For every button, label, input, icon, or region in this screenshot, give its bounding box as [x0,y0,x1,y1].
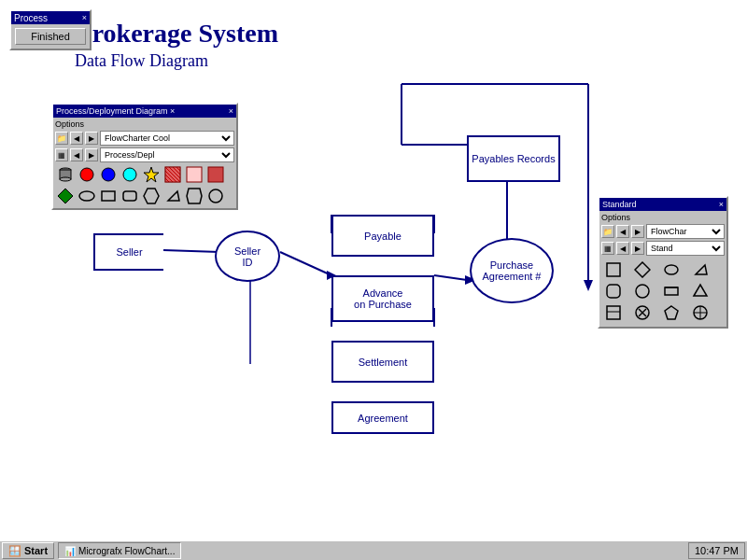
svg-marker-53 [187,189,202,203]
svg-rect-59 [607,285,620,298]
svg-point-48 [79,191,94,201]
std-nav2-1[interactable]: ▦ [601,242,614,255]
std-shape-10[interactable] [632,302,653,323]
std-row-1: 📁 ◀ ▶ FlowChar [601,224,725,239]
pd-nav2-1[interactable]: ▦ [55,148,68,161]
svg-marker-51 [144,189,159,203]
std-nav-left[interactable]: ◀ [616,225,629,238]
std-dialog-title: Standard × [599,198,726,211]
canvas-row: 0 1 2 3 4 5 [21,99,747,502]
pd-options-label: Options [55,119,234,129]
std-shape-9[interactable] [603,302,624,323]
pd-row-2: ▦ ◀ ▶ Process/Depl [55,147,234,162]
pd-row-1: 📁 ◀ ▶ FlowCharter Cool [55,131,234,146]
std-shapes-grid [601,258,725,325]
svg-point-54 [209,189,222,203]
pd-nav2-left[interactable]: ◀ [70,148,83,161]
svg-marker-41 [144,167,159,182]
pd-shape-cylinder[interactable] [55,164,76,185]
app-window: 🖱 Micrografx FlowCharter 7 - [dataflow.f… [0,0,747,539]
std-shape-12[interactable] [690,302,711,323]
pd-shape-crosshatch[interactable] [184,164,204,185]
std-nav-folder[interactable]: 📁 [601,225,614,238]
shape-payable[interactable]: Payable [331,215,434,257]
svg-rect-44 [165,167,180,182]
std-shape-5[interactable] [603,281,624,301]
shape-purchase-agreement[interactable]: PurchaseAgreement # [470,238,554,303]
pd-shape-circle2[interactable] [205,186,226,206]
canvas-with-ruler: | 0 1 2 3 4 5 6 7 [21,84,747,502]
std-nav-right[interactable]: ▶ [631,225,644,238]
pd-select-1[interactable]: FlowCharter Cool [100,131,234,146]
std-shape-3[interactable] [661,259,682,280]
pd-close[interactable]: × [229,106,233,116]
std-nav2-left[interactable]: ◀ [616,242,629,255]
std-dialog: Standard × Options 📁 ◀ ▶ FlowChar [598,196,728,329]
taskbar-app1[interactable]: 📊 Micrografx FlowChart... [58,542,181,559]
pd-nav-folder[interactable]: 📁 [55,132,68,145]
std-select-2[interactable]: Stand [646,241,725,256]
pd-shape-brick[interactable] [205,164,226,185]
pd-dialog-body: Options 📁 ◀ ▶ FlowCharter Cool ▦ [53,118,236,208]
pd-dialog-title: Process/Deployment Diagram × × [53,105,236,118]
svg-line-21 [434,275,467,280]
std-shape-6[interactable] [632,281,653,301]
std-shape-7[interactable] [661,281,682,301]
svg-point-40 [123,168,136,181]
pd-nav-right[interactable]: ▶ [85,132,98,145]
shape-payables-records[interactable]: Payables Records [467,135,560,182]
svg-line-19 [280,252,331,275]
std-close[interactable]: × [719,200,724,209]
pd-shape-rounded[interactable] [120,186,140,206]
start-button[interactable]: 🪟 Start [2,542,54,559]
pd-nav-left[interactable]: ◀ [70,132,83,145]
pd-dialog: Process/Deployment Diagram × × Options 📁… [51,103,238,210]
svg-point-57 [665,265,678,274]
svg-rect-64 [607,306,620,319]
taskbar-app1-label: Micrografx FlowChart... [78,546,175,556]
pd-nav2-right[interactable]: ▶ [85,148,98,161]
std-nav2-right[interactable]: ▶ [631,242,644,255]
pd-shape-circle-blue[interactable] [98,164,119,185]
std-shape-4[interactable] [690,259,711,280]
svg-marker-56 [635,262,650,277]
pd-shape-parallelogram[interactable] [162,186,183,206]
pd-select-2[interactable]: Process/Depl [100,147,234,162]
svg-point-39 [102,168,115,181]
svg-line-17 [163,250,219,252]
svg-point-38 [80,168,93,181]
pd-shape-star[interactable] [141,164,162,185]
std-shape-8[interactable] [690,281,711,301]
shape-seller-id[interactable]: SellerID [215,231,280,282]
shape-agreement[interactable]: Agreement [331,401,434,434]
std-shape-2[interactable] [632,259,653,280]
pd-shape-hexagon[interactable] [141,186,162,206]
shape-advance-on-purchase[interactable]: Advanceon Purchase [331,275,434,322]
svg-marker-29 [584,280,593,291]
pd-shape-diamond[interactable] [55,186,76,206]
pd-shape-8[interactable] [184,186,204,206]
pd-shape-circle-red[interactable] [77,164,97,185]
svg-marker-52 [168,191,179,201]
taskbar: 🪟 Start 📊 Micrografx FlowChart... 10:47 … [0,539,747,560]
svg-rect-45 [187,167,202,182]
shape-seller[interactable]: Seller [93,233,163,271]
std-shape-1[interactable] [603,259,624,280]
pd-shapes-grid [55,164,234,206]
taskbar-app1-icon: 📊 [64,546,76,556]
svg-marker-63 [694,285,707,296]
pd-shape-oval[interactable] [77,186,97,206]
svg-marker-69 [665,306,678,319]
start-label: Start [24,545,48,556]
canvas-area: Brokerage System Data Flow Diagram Payab… [0,84,747,502]
std-dialog-body: Options 📁 ◀ ▶ FlowChar ▦ [599,211,726,327]
std-select-1[interactable]: FlowChar [646,224,725,239]
taskbar-time: 10:47 PM [688,542,745,559]
pd-shape-rect[interactable] [98,186,119,206]
pd-shape-circle-cyan[interactable] [120,164,140,185]
svg-rect-49 [102,191,115,201]
std-shape-11[interactable] [661,302,682,323]
svg-rect-55 [607,263,620,276]
shape-settlement[interactable]: Settlement [331,341,434,383]
pd-shape-hatched[interactable] [162,164,183,185]
